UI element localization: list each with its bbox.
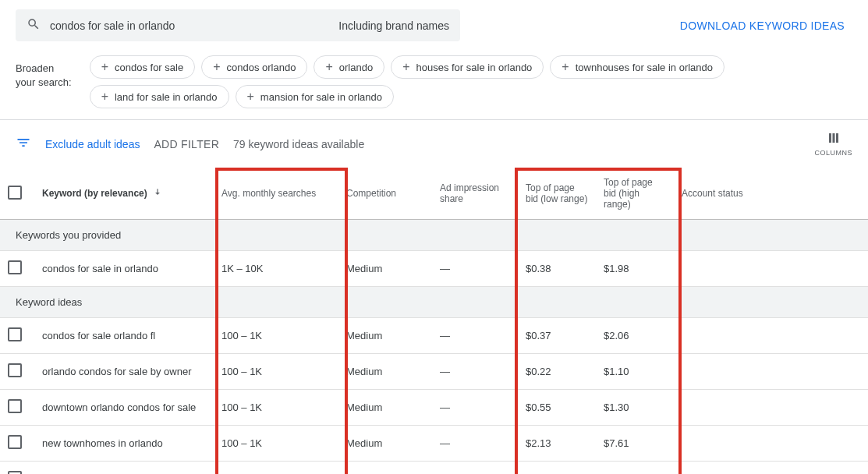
top-bar: condos for sale in orlando Including bra… xyxy=(0,0,868,51)
plus-icon: + xyxy=(247,90,254,103)
table-row: townhomes for sale in orlando fl100 – 1K… xyxy=(0,462,868,475)
cell-keyword[interactable]: condos for sale in orlando xyxy=(34,251,214,287)
column-header-competition[interactable]: Competition xyxy=(338,168,432,220)
broaden-chips: +condos for sale+condos orlando+orlando+… xyxy=(90,55,852,108)
broaden-chip[interactable]: +townhouses for sale in orlando xyxy=(550,55,725,79)
filter-bar: Exclude adult ideas ADD FILTER 79 keywor… xyxy=(0,120,868,168)
cell-avg-searches: 100 – 1K xyxy=(214,426,338,462)
table-row: new townhomes in orlando100 – 1KMedium—$… xyxy=(0,426,868,462)
column-header-avg-searches[interactable]: Avg. monthly searches xyxy=(214,168,338,220)
broaden-chip[interactable]: +condos orlando xyxy=(201,55,307,79)
broaden-label: Broaden your search: xyxy=(16,55,76,90)
row-checkbox[interactable] xyxy=(8,399,22,413)
keyword-table: Keyword (by relevance) Avg. monthly sear… xyxy=(0,168,868,474)
row-checkbox[interactable] xyxy=(8,471,22,474)
cell-bid-high: $1.10 xyxy=(596,354,674,390)
cell-account-status xyxy=(674,354,868,390)
chip-label: condos orlando xyxy=(227,62,296,73)
cell-account-status xyxy=(674,390,868,426)
cell-avg-searches: 100 – 1K xyxy=(214,462,338,475)
cell-bid-high: $4.41 xyxy=(596,462,674,475)
chip-label: houses for sale in orlando xyxy=(416,62,532,73)
cell-bid-low: $0.38 xyxy=(518,251,596,287)
cell-keyword[interactable]: downtown orlando condos for sale xyxy=(34,390,214,426)
chip-label: townhouses for sale in orlando xyxy=(576,62,713,73)
add-filter-button[interactable]: ADD FILTER xyxy=(154,138,219,150)
cell-ad-impression: — xyxy=(432,462,518,475)
cell-ad-impression: — xyxy=(432,390,518,426)
cell-ad-impression: — xyxy=(432,251,518,287)
cell-bid-low: $0.37 xyxy=(518,318,596,354)
table-row: condos for sale orlando fl100 – 1KMedium… xyxy=(0,318,868,354)
cell-competition: Medium xyxy=(338,251,432,287)
search-query-text: condos for sale in orlando xyxy=(50,19,329,32)
table-row: downtown orlando condos for sale100 – 1K… xyxy=(0,390,868,426)
cell-avg-searches: 100 – 1K xyxy=(214,390,338,426)
cell-competition: Medium xyxy=(338,462,432,475)
plus-icon: + xyxy=(325,61,332,73)
plus-icon: + xyxy=(101,90,108,103)
search-icon xyxy=(27,17,41,34)
broaden-chip[interactable]: +orlando xyxy=(314,55,384,79)
broaden-search-section: Broaden your search: +condos for sale+co… xyxy=(0,51,868,120)
column-header-keyword[interactable]: Keyword (by relevance) xyxy=(42,187,163,200)
cell-ad-impression: — xyxy=(432,318,518,354)
column-header-bid-low[interactable]: Top of page bid (low range) xyxy=(518,168,596,220)
cell-bid-low: $2.13 xyxy=(518,426,596,462)
cell-bid-low: $0.73 xyxy=(518,462,596,475)
cell-keyword[interactable]: condos for sale orlando fl xyxy=(34,318,214,354)
cell-bid-high: $1.30 xyxy=(596,390,674,426)
row-checkbox[interactable] xyxy=(8,327,22,341)
chip-label: land for sale in orlando xyxy=(115,91,218,103)
cell-ad-impression: — xyxy=(432,426,518,462)
cell-bid-low: $0.22 xyxy=(518,354,596,390)
chip-label: condos for sale xyxy=(115,62,183,73)
plus-icon: + xyxy=(101,61,108,73)
plus-icon: + xyxy=(402,61,409,73)
broaden-chip[interactable]: +mansion for sale in orlando xyxy=(236,85,394,108)
brand-filter-text[interactable]: Including brand names xyxy=(338,19,449,32)
row-checkbox[interactable] xyxy=(8,260,22,274)
broaden-chip[interactable]: +houses for sale in orlando xyxy=(391,55,544,79)
cell-bid-low: $0.55 xyxy=(518,390,596,426)
table-row: condos for sale in orlando1K – 10KMedium… xyxy=(0,251,868,287)
select-all-checkbox[interactable] xyxy=(8,186,22,200)
cell-account-status xyxy=(674,318,868,354)
cell-account-status xyxy=(674,462,868,475)
broaden-chip[interactable]: +land for sale in orlando xyxy=(90,85,229,108)
table-row: orlando condos for sale by owner100 – 1K… xyxy=(0,354,868,390)
columns-button[interactable]: COLUMNS xyxy=(814,131,852,157)
table-wrap: Keyword (by relevance) Avg. monthly sear… xyxy=(0,168,868,474)
cell-avg-searches: 1K – 10K xyxy=(214,251,338,287)
ideas-count-text: 79 keyword ideas available xyxy=(233,138,364,150)
column-header-keyword-label: Keyword (by relevance) xyxy=(42,188,147,199)
table-section-row: Keyword ideas xyxy=(0,287,868,318)
cell-keyword[interactable]: new townhomes in orlando xyxy=(34,426,214,462)
table-section-row: Keywords you provided xyxy=(0,220,868,251)
plus-icon: + xyxy=(562,61,569,73)
sort-arrow-down-icon xyxy=(152,187,163,200)
cell-account-status xyxy=(674,251,868,287)
cell-keyword[interactable]: orlando condos for sale by owner xyxy=(34,354,214,390)
cell-bid-high: $2.06 xyxy=(596,318,674,354)
search-box[interactable]: condos for sale in orlando Including bra… xyxy=(16,9,460,41)
row-checkbox[interactable] xyxy=(8,435,22,449)
filter-icon[interactable] xyxy=(16,135,31,153)
cell-competition: Medium xyxy=(338,318,432,354)
chip-label: orlando xyxy=(339,62,373,73)
table-header-row: Keyword (by relevance) Avg. monthly sear… xyxy=(0,168,868,220)
cell-account-status xyxy=(674,426,868,462)
cell-avg-searches: 100 – 1K xyxy=(214,318,338,354)
cell-avg-searches: 100 – 1K xyxy=(214,354,338,390)
cell-competition: Medium xyxy=(338,426,432,462)
row-checkbox[interactable] xyxy=(8,363,22,377)
column-header-account-status[interactable]: Account status xyxy=(674,168,868,220)
cell-keyword[interactable]: townhomes for sale in orlando fl xyxy=(34,462,214,475)
broaden-chip[interactable]: +condos for sale xyxy=(90,55,196,79)
cell-competition: Medium xyxy=(338,390,432,426)
cell-ad-impression: — xyxy=(432,354,518,390)
download-keyword-ideas-link[interactable]: DOWNLOAD KEYWORD IDEAS xyxy=(680,19,852,32)
column-header-bid-high[interactable]: Top of page bid (high range) xyxy=(596,168,674,220)
exclude-adult-ideas-link[interactable]: Exclude adult ideas xyxy=(45,138,140,150)
column-header-ad-impression[interactable]: Ad impression share xyxy=(432,168,518,220)
